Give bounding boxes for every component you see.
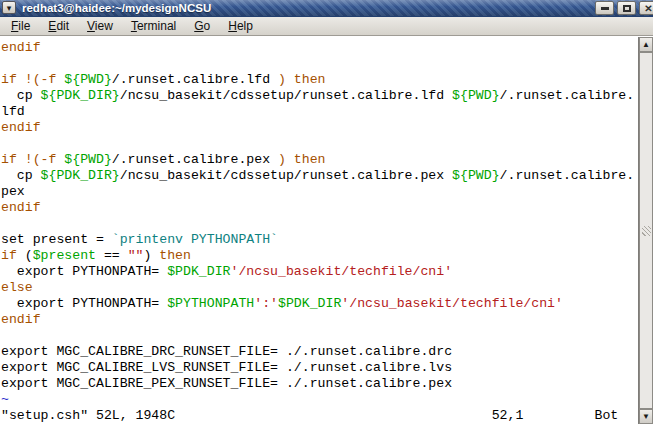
code-segment: /ncsu_basekit/cdssetup/runset.calibre.pe… [120, 168, 452, 183]
code-segment: ':' [254, 296, 278, 311]
vim-status-line: "setup.csh" 52L, 1948C 52,1 Bot [1, 408, 618, 424]
terminal-line: export MGC_CALIBRE_DRC_RUNSET_FILE= ./.r… [1, 344, 634, 360]
terminal-line: if ($present == "") then [1, 248, 634, 264]
terminal-line: export MGC_CALIBRE_PEX_RUNSET_FILE= ./.r… [1, 376, 634, 392]
code-segment: lfd [1, 104, 25, 119]
code-segment: endif [1, 40, 41, 55]
code-segment: '/ncsu_basekit/techfile/cni' [341, 296, 563, 311]
scroll-down-button[interactable]: ▼ [639, 409, 653, 424]
code-segment: $present [33, 248, 96, 263]
arrow-up-icon: ▲ [642, 40, 650, 49]
code-segment: if !(-f [1, 72, 64, 87]
menu-go[interactable]: Go [185, 18, 219, 34]
terminal-line: else [1, 280, 634, 296]
scrollbar-trough[interactable] [639, 52, 653, 409]
terminal-line: endif [1, 40, 634, 56]
menubar: FileEditViewTerminalGoHelp [0, 17, 653, 36]
code-segment: ) then [278, 152, 325, 167]
code-segment: ${PWD} [64, 152, 111, 167]
terminal-line: endif [1, 312, 634, 328]
close-button[interactable]: ✕ [639, 1, 653, 15]
code-segment: '/ncsu_basekit/techfile/cni' [231, 264, 453, 279]
code-segment: ${PDK_DIR} [41, 168, 120, 183]
code-segment: == [96, 248, 128, 263]
code-segment: $PDK_DIR [167, 264, 230, 279]
code-segment: ${PDK_DIR} [41, 88, 120, 103]
terminal-line [1, 328, 634, 344]
maximize-button[interactable] [617, 1, 636, 15]
terminal-line: pex [1, 184, 634, 200]
code-segment: ${PWD} [452, 88, 499, 103]
code-segment: endif [1, 120, 41, 135]
terminal-line [1, 56, 634, 72]
scrollbar: ▲ ▼ [638, 37, 653, 424]
code-segment: pex [1, 184, 25, 199]
code-segment: ) then [278, 72, 325, 87]
terminal-line: endif [1, 200, 634, 216]
code-segment: /.runset.calibre. [500, 88, 635, 103]
menu-terminal[interactable]: Terminal [122, 18, 185, 34]
code-segment: export MGC_CALIBRE_PEX_RUNSET_FILE= ./.r… [1, 376, 452, 391]
titlebar[interactable]: ▾ redhat3@haidee:~/mydesignNCSU ✕ [0, 0, 653, 17]
code-segment: /.runset.calibre. [500, 168, 635, 183]
code-segment: /.runset.calibre.pex [112, 152, 278, 167]
code-segment: endif [1, 200, 41, 215]
code-segment: ) [143, 248, 159, 263]
code-segment: set present = [1, 232, 112, 247]
window-controls: ✕ [595, 1, 653, 15]
arrow-down-icon: ▼ [642, 412, 650, 421]
menu-help[interactable]: Help [219, 18, 262, 34]
minimize-icon [601, 7, 609, 10]
minimize-button[interactable] [595, 1, 614, 15]
grip-icon [642, 226, 651, 236]
code-segment: $PDK_DIR [278, 296, 341, 311]
terminal-line: set present = `printenv PYTHONPATH` [1, 232, 634, 248]
terminal-line: if !(-f ${PWD}/.runset.calibre.lfd ) the… [1, 72, 634, 88]
terminal-line: lfd [1, 104, 634, 120]
code-segment: export MGC_CALIBRE_LVS_RUNSET_FILE= ./.r… [1, 360, 452, 375]
terminal-line: export MGC_CALIBRE_LVS_RUNSET_FILE= ./.r… [1, 360, 634, 376]
code-segment: ${PWD} [64, 72, 111, 87]
code-segment: else [1, 280, 33, 295]
chevron-down-icon: ▾ [7, 3, 12, 13]
code-segment: if [1, 248, 25, 263]
code-segment: ~ [1, 392, 9, 407]
menu-file[interactable]: File [2, 18, 39, 34]
code-segment: endif [1, 312, 41, 327]
window-title: redhat3@haidee:~/mydesignNCSU [22, 1, 211, 15]
terminal-line: endif [1, 120, 634, 136]
maximize-icon [623, 5, 631, 12]
menu-view[interactable]: View [78, 18, 122, 34]
code-segment: export MGC_CALIBRE_DRC_RUNSET_FILE= ./.r… [1, 344, 452, 359]
scroll-up-button[interactable]: ▲ [639, 37, 653, 52]
code-segment: then [159, 248, 191, 263]
code-segment: "" [128, 248, 144, 263]
code-segment: /ncsu_basekit/cdssetup/runset.calibre.lf… [120, 88, 452, 103]
terminal-line: cp ${PDK_DIR}/ncsu_basekit/cdssetup/runs… [1, 168, 634, 184]
terminal-screen[interactable]: endifif !(-f ${PWD}/.runset.calibre.lfd … [0, 37, 638, 424]
code-segment: $PYTHONPATH [167, 296, 254, 311]
terminal-line: ~ [1, 392, 634, 408]
terminal-line: export PYTHONPATH= $PYTHONPATH':'$PDK_DI… [1, 296, 634, 312]
code-segment: cp [1, 168, 41, 183]
code-segment: if !(-f [1, 152, 64, 167]
code-segment: `printenv PYTHONPATH` [112, 232, 278, 247]
terminal-line [1, 216, 634, 232]
terminal-line: cp ${PDK_DIR}/ncsu_basekit/cdssetup/runs… [1, 88, 634, 104]
window-menu-button[interactable]: ▾ [2, 1, 16, 14]
code-segment: ( [25, 248, 33, 263]
close-icon: ✕ [644, 3, 652, 14]
code-segment: export PYTHONPATH= [1, 264, 167, 279]
code-segment: cp [1, 88, 41, 103]
code-segment: ${PWD} [452, 168, 499, 183]
terminal-line: export PYTHONPATH= $PDK_DIR'/ncsu_baseki… [1, 264, 634, 280]
terminal-line [1, 136, 634, 152]
code-segment: export PYTHONPATH= [1, 296, 167, 311]
vim-editor-text: endifif !(-f ${PWD}/.runset.calibre.lfd … [1, 40, 634, 408]
menu-edit[interactable]: Edit [39, 18, 78, 34]
terminal-line: if !(-f ${PWD}/.runset.calibre.pex ) the… [1, 152, 634, 168]
code-segment: /.runset.calibre.lfd [112, 72, 278, 87]
scrollbar-thumb[interactable] [639, 52, 653, 409]
